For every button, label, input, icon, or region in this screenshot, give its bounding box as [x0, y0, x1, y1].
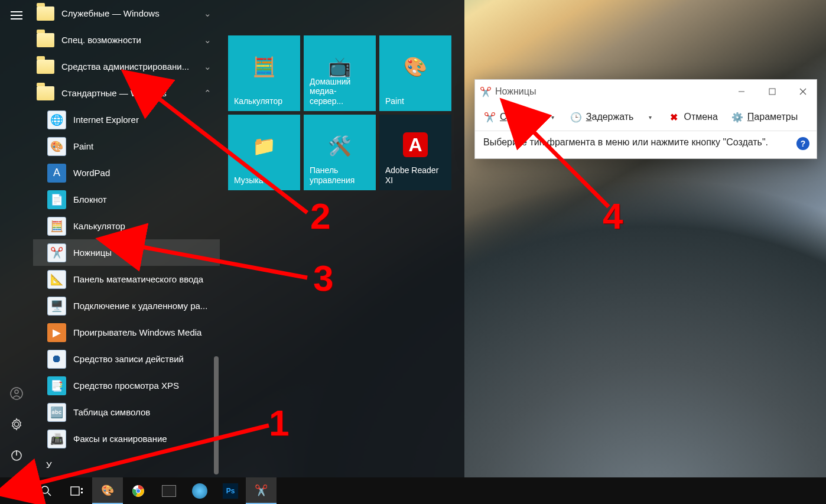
svg-line-25 — [154, 95, 307, 213]
svg-line-26 — [136, 246, 307, 278]
svg-line-24 — [32, 425, 269, 485]
annotation-arrows — [0, 0, 826, 504]
svg-line-27 — [529, 127, 609, 207]
